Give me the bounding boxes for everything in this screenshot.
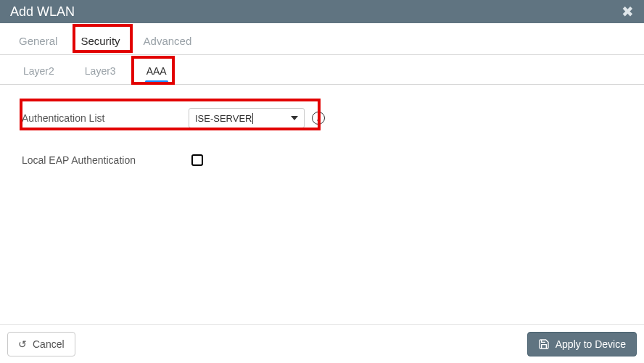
tab-security[interactable]: Security [72,30,128,54]
local-eap-label: Local EAP Authentication [22,154,189,166]
close-icon[interactable]: ✖ [622,3,634,20]
apply-button[interactable]: Apply to Device [527,332,637,356]
auth-list-value: ISE-SERVER [195,113,253,124]
dialog-title: Add WLAN [10,4,75,20]
cancel-label: Cancel [33,338,65,350]
tab-general[interactable]: General [10,30,66,54]
apply-label: Apply to Device [556,338,626,350]
save-icon [538,338,550,350]
local-eap-checkbox[interactable] [191,154,203,166]
cancel-button[interactable]: ↺ Cancel [7,332,75,356]
content-area: Authentication List ISE-SERVER i Local E… [0,85,644,204]
footer: ↺ Cancel Apply to Device [0,324,644,363]
info-icon[interactable]: i [312,112,325,125]
tab-advanced[interactable]: Advanced [135,30,201,54]
local-eap-row: Local EAP Authentication [22,144,622,176]
undo-icon: ↺ [18,338,27,350]
auth-list-row: Authentication List ISE-SERVER i [22,102,622,134]
subtab-layer3[interactable]: Layer3 [72,61,129,84]
subtab-layer2[interactable]: Layer2 [10,61,67,84]
auth-list-dropdown[interactable]: ISE-SERVER [189,108,305,128]
sub-tabs: Layer2 Layer3 AAA [0,55,644,85]
title-bar: Add WLAN ✖ [0,0,644,23]
main-tabs: General Security Advanced [0,23,644,55]
chevron-down-icon [291,116,298,120]
auth-list-label: Authentication List [22,112,189,124]
subtab-aaa[interactable]: AAA [133,61,180,84]
